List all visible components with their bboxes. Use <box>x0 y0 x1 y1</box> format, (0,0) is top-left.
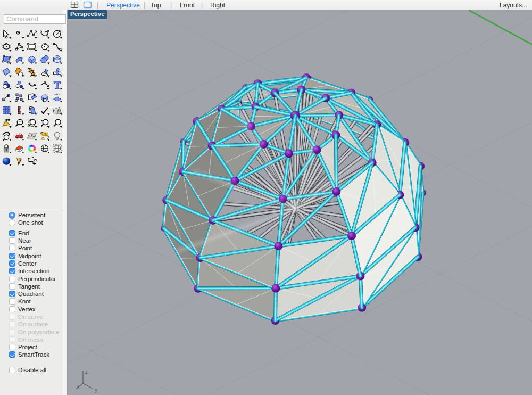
svg-text:y: y <box>95 387 97 393</box>
svg-text:x: x <box>77 384 79 390</box>
svg-text:z: z <box>85 369 88 375</box>
